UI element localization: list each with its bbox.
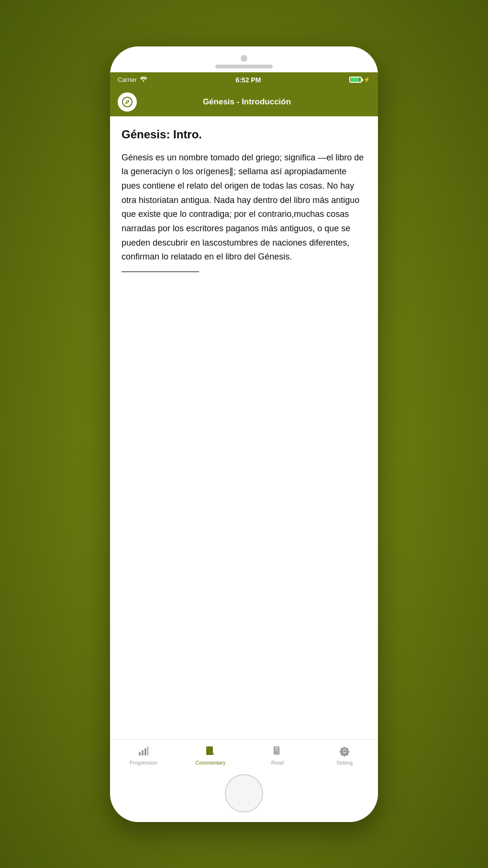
wifi-icon — [140, 76, 147, 83]
phone-camera — [241, 55, 247, 62]
home-indicator[interactable] — [110, 769, 378, 822]
svg-rect-5 — [144, 748, 146, 755]
home-button[interactable] — [225, 774, 263, 812]
svg-point-2 — [127, 101, 128, 102]
tab-progression[interactable]: Progression — [110, 744, 177, 766]
main-content: Génesis: Intro. Génesis es un nombre tom… — [110, 116, 378, 739]
phone-top-decoration — [110, 46, 378, 72]
tab-read-label: Read — [271, 760, 284, 766]
status-bar: Carrier 6:52 PM ⚡ — [110, 72, 378, 88]
status-left: Carrier — [118, 76, 147, 83]
status-time: 6:52 PM — [235, 76, 261, 84]
article-title: Génesis: Intro. — [122, 128, 366, 141]
tab-progression-label: Progression — [130, 760, 158, 766]
commentary-icon — [204, 744, 217, 758]
phone-speaker — [215, 65, 273, 68]
svg-point-0 — [143, 80, 144, 82]
tab-commentary[interactable]: Commentary — [177, 744, 244, 766]
svg-rect-7 — [206, 746, 213, 755]
phone-frame: Carrier 6:52 PM ⚡ Géne — [110, 46, 378, 822]
svg-rect-10 — [207, 751, 211, 752]
nav-title: Génesis - Introducción — [143, 97, 351, 107]
status-right: ⚡ — [349, 77, 370, 83]
tab-commentary-label: Commentary — [196, 760, 226, 766]
svg-rect-6 — [147, 746, 148, 755]
compass-icon — [118, 92, 137, 112]
battery-icon — [349, 77, 362, 83]
tab-read[interactable]: Read — [244, 744, 311, 766]
tab-setting-label: Setting — [336, 760, 353, 766]
tab-bar: Progression Commentary — [110, 739, 378, 769]
svg-rect-8 — [207, 748, 212, 749]
setting-icon — [338, 744, 351, 758]
battery-fill — [351, 78, 359, 82]
article-body: Génesis es un nombre tomado del griego; … — [122, 151, 366, 279]
read-icon — [271, 744, 284, 758]
svg-rect-15 — [275, 748, 280, 755]
svg-rect-3 — [139, 752, 141, 755]
bolt-icon: ⚡ — [364, 77, 370, 83]
svg-rect-9 — [207, 749, 212, 750]
tab-setting[interactable]: Setting — [311, 744, 378, 766]
progression-icon — [137, 744, 150, 758]
svg-rect-4 — [142, 750, 144, 755]
carrier-label: Carrier — [118, 76, 137, 83]
app-nav-bar: Génesis - Introducción — [110, 88, 378, 116]
